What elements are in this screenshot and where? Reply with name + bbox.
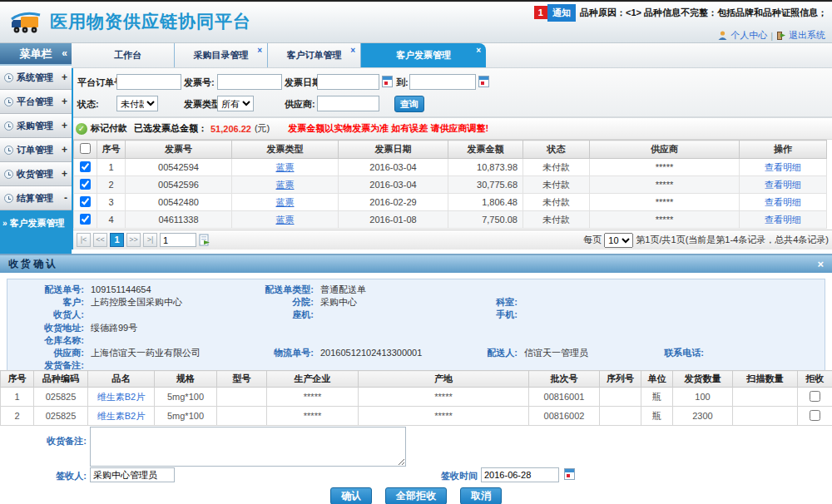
delivery-no-label: 配送单号:	[7, 284, 84, 296]
last-page-button[interactable]: >|	[143, 233, 157, 247]
receiving-confirm-modal: 收货确认 × 配送单号: 109151144654 配送单类型: 普通配送单 客…	[0, 254, 832, 504]
close-tab-icon[interactable]: ×	[476, 46, 481, 55]
current-page-button[interactable]: 1	[110, 233, 124, 247]
product-name-link[interactable]: 维生素B2片	[97, 411, 145, 421]
col-header: 操作	[740, 141, 827, 159]
top-header: 医用物资供应链协同平台 1 通知 品种原因：<1> 品种信息不完整：包括品牌和品…	[0, 0, 832, 43]
sidebar-item-system[interactable]: 系统管理 +	[0, 66, 72, 90]
table-row[interactable]: 2 00542596 蓝票 2016-03-04 30,775.68 未付款 *…	[74, 176, 827, 194]
col-header: 发票类型	[232, 141, 339, 159]
check-circle-icon: ✓	[76, 123, 87, 135]
sidebar-item-settlement[interactable]: 结算管理 -	[0, 186, 72, 210]
sign-time-input[interactable]	[481, 467, 559, 482]
logout-link[interactable]: 退出系统	[789, 29, 825, 42]
tab-customer-invoices[interactable]: 客户发票管理 ×	[361, 43, 486, 67]
close-tab-icon[interactable]: ×	[257, 46, 262, 55]
status-select[interactable]: 未付款	[116, 96, 158, 111]
invoice-no-input[interactable]	[217, 74, 282, 90]
collapse-icon[interactable]: «	[62, 43, 67, 64]
export-excel-icon[interactable]	[199, 234, 210, 246]
cancel-button[interactable]: 取消	[460, 487, 502, 504]
col-header: 供应商	[590, 141, 740, 159]
row-checkbox[interactable]	[80, 214, 91, 225]
search-button[interactable]: 查询	[394, 96, 424, 112]
close-icon[interactable]: ×	[817, 258, 824, 270]
platform-order-input[interactable]	[116, 74, 181, 90]
table-row[interactable]: 3 00542480 蓝票 2016-02-29 1,806.48 未付款 **…	[74, 194, 827, 211]
expand-plus-icon: +	[62, 168, 67, 180]
view-detail-link[interactable]: 查看明细	[765, 180, 801, 190]
table-row[interactable]: 1 00542594 蓝票 2016-03-04 10,873.98 未付款 *…	[74, 159, 827, 176]
first-page-button[interactable]: |<	[77, 233, 91, 247]
calendar-icon[interactable]	[382, 76, 393, 87]
sidebar-item-receiving[interactable]: 收货管理 +	[0, 162, 72, 186]
signer-label: 签收人:	[0, 470, 87, 482]
per-page-label: 每页	[583, 234, 602, 246]
items-header-row: 序号 品种编码 品名 规格 型号 生产企业 产地 批次号 序列号 单位 发货数量…	[1, 371, 832, 388]
invoice-no-label: 发票号:	[184, 74, 215, 91]
reject-checkbox[interactable]	[810, 410, 820, 421]
invoice-table: 序号 发票号 发票类型 发票日期 发票金额 状态 供应商 操作 1 005425…	[73, 140, 826, 229]
invoice-date-from-input[interactable]	[317, 74, 379, 90]
notification-count-badge: 1	[534, 6, 547, 19]
view-detail-link[interactable]: 查看明细	[765, 162, 801, 172]
branch-value: 采购中心	[314, 296, 438, 309]
notification-bar[interactable]: 1 通知 品种原因：<1> 品种信息不完整：包括品牌和品种证照信息；	[534, 5, 827, 20]
notification-tag: 通知	[547, 4, 576, 22]
row-checkbox[interactable]	[80, 161, 91, 172]
personal-center-link[interactable]: 个人中心	[730, 29, 767, 42]
close-tab-icon[interactable]: ×	[350, 46, 355, 55]
reject-all-button[interactable]: 全部拒收	[385, 487, 447, 504]
prev-page-button[interactable]: <<	[93, 233, 107, 247]
clock-icon	[4, 73, 13, 82]
receive-note-textarea[interactable]	[90, 427, 406, 467]
mobile-label: 手机:	[438, 309, 518, 321]
view-detail-link[interactable]: 查看明细	[765, 215, 801, 225]
next-page-button[interactable]: >>	[126, 233, 141, 247]
page-number-input[interactable]	[160, 233, 196, 247]
customer-value: 上药控股全国采购中心	[84, 296, 230, 309]
signer-input[interactable]	[90, 467, 175, 482]
sidebar-item-order[interactable]: 订单管理 +	[0, 138, 72, 162]
tab-customer-orders[interactable]: 客户订单管理 ×	[268, 43, 361, 67]
sidebar-item-platform[interactable]: 平台管理 +	[0, 90, 72, 114]
address-label: 收货地址:	[7, 322, 84, 334]
per-page-select[interactable]: 10	[604, 233, 633, 248]
invoice-type-link[interactable]: 蓝票	[276, 215, 295, 225]
sidebar-item-customer-invoice[interactable]: » 客户发票管理	[0, 214, 72, 232]
mark-paid-button[interactable]: 标记付款	[91, 122, 127, 135]
person-icon	[718, 31, 727, 40]
row-checkbox[interactable]	[80, 196, 91, 207]
filter-panel: 平台订单号: 发票号: 发票日期: 到: 状态: 未付款 发票类型: 所有 供应…	[73, 68, 832, 118]
clock-icon	[4, 97, 13, 106]
sidebar-item-purchase[interactable]: 采购管理 +	[0, 114, 72, 138]
invoice-type-link[interactable]: 蓝票	[276, 162, 295, 172]
invoice-type-link[interactable]: 蓝票	[276, 197, 295, 207]
supplier-label: 供应商:	[285, 96, 315, 112]
tab-workbench[interactable]: 工作台	[82, 43, 175, 67]
supplier-value: 上海信谊天一药业有限公司	[84, 347, 230, 359]
invoice-type-link[interactable]: 蓝票	[276, 180, 295, 190]
col-header: 序号	[97, 141, 126, 159]
logistics-no-value: 20160512102413300001	[314, 347, 438, 359]
table-row[interactable]: 4 04611338 蓝票 2016-01-08 7,750.08 未付款 **…	[74, 211, 827, 229]
confirm-button[interactable]: 确认	[330, 487, 372, 504]
calendar-icon[interactable]	[478, 76, 489, 87]
supplier-input[interactable]	[317, 96, 379, 111]
total-amount-value: 51,206.22	[210, 124, 251, 134]
tab-purchase-catalog[interactable]: 采购目录管理 ×	[175, 43, 268, 67]
sidebar-title[interactable]: 菜单栏 «	[0, 43, 72, 66]
select-all-checkbox[interactable]	[80, 143, 91, 154]
row-checkbox[interactable]	[80, 179, 91, 190]
reject-checkbox[interactable]	[810, 391, 820, 402]
calendar-icon[interactable]	[564, 468, 575, 480]
col-header: 发票金额	[448, 141, 523, 159]
product-name-link[interactable]: 维生素B2片	[97, 392, 145, 402]
invoice-type-select[interactable]: 所有	[217, 96, 254, 111]
notification-text: 品种原因：<1> 品种信息不完整：包括品牌和品种证照信息；	[580, 7, 827, 19]
department-label: 科室:	[438, 296, 518, 309]
expand-minus-icon: -	[64, 192, 67, 204]
invoice-date-to-input[interactable]	[409, 74, 476, 90]
view-detail-link[interactable]: 查看明细	[765, 197, 801, 207]
logout-icon	[776, 31, 785, 40]
